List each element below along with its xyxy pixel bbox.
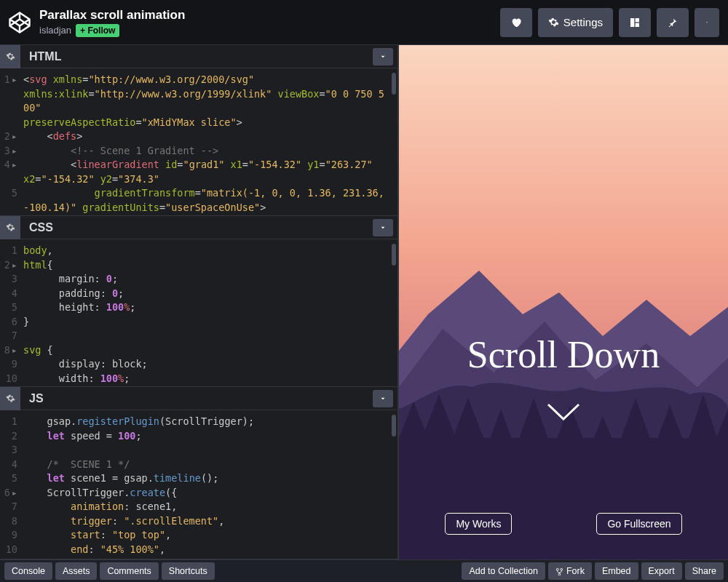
view-button[interactable] — [619, 8, 651, 37]
scroll-arrow-icon — [545, 400, 582, 425]
html-settings-button[interactable] — [0, 45, 20, 68]
js-settings-button[interactable] — [0, 387, 20, 410]
scrollbar[interactable] — [392, 415, 396, 436]
settings-button[interactable]: Settings — [538, 8, 613, 37]
css-panel-menu[interactable] — [373, 219, 393, 236]
html-panel-title: HTML — [20, 45, 70, 68]
go-fullscreen-button[interactable]: Go Fullscreen — [596, 513, 681, 535]
preview-heading: Scroll Down — [399, 333, 728, 376]
header: Parallax scroll animation isladjan + Fol… — [0, 0, 728, 45]
gear-icon — [6, 394, 15, 403]
console-button[interactable]: Console — [4, 562, 52, 580]
title-box: Parallax scroll animation isladjan + Fol… — [39, 8, 500, 37]
chevron-down-icon — [379, 224, 387, 231]
my-works-button[interactable]: My Works — [445, 513, 512, 535]
layout-icon — [629, 17, 641, 28]
html-editor[interactable]: 1▸<svg xmlns="http://www.w3.org/2000/svg… — [0, 68, 397, 215]
codepen-logo — [9, 12, 31, 33]
svg-rect-4 — [399, 438, 728, 559]
comments-button[interactable]: Comments — [100, 562, 158, 580]
like-button[interactable] — [500, 8, 532, 37]
chevron-down-icon — [379, 395, 387, 402]
editors-column: HTML 1▸<svg xmlns="http://www.w3.org/200… — [0, 45, 397, 559]
assets-button[interactable]: Assets — [55, 562, 98, 580]
svg-rect-0 — [630, 18, 634, 27]
js-panel: JS 1 gsap.registerPlugin(ScrollTrigger);… — [0, 387, 397, 559]
export-button[interactable]: Export — [641, 562, 682, 580]
fork-icon — [555, 567, 563, 575]
embed-button[interactable]: Embed — [595, 562, 638, 580]
css-panel: CSS 1body,2▸html{3 margin: 0;4 padding: … — [0, 216, 397, 387]
gear-icon — [6, 223, 15, 232]
author-name[interactable]: isladjan — [39, 25, 71, 36]
svg-rect-2 — [636, 23, 639, 26]
js-panel-menu[interactable] — [373, 390, 393, 407]
html-panel-menu[interactable] — [373, 48, 393, 65]
js-editor[interactable]: 1 gsap.registerPlugin(ScrollTrigger);2 l… — [0, 410, 397, 559]
preview-scene: Scroll Down My Works Go Fullscreen — [399, 45, 728, 559]
scrollbar[interactable] — [392, 73, 396, 95]
svg-rect-1 — [636, 18, 639, 22]
share-button[interactable]: Share — [685, 562, 724, 580]
pin-button[interactable] — [657, 8, 689, 37]
add-collection-button[interactable]: Add to Collection — [462, 562, 545, 580]
fork-button[interactable]: Fork — [548, 562, 592, 580]
pen-title: Parallax scroll animation — [39, 8, 500, 23]
preview-pane: Scroll Down My Works Go Fullscreen — [397, 45, 728, 559]
main: HTML 1▸<svg xmlns="http://www.w3.org/200… — [0, 45, 728, 559]
pin-icon — [668, 17, 678, 28]
gear-icon — [548, 17, 559, 28]
footer: Console Assets Comments Shortcuts Add to… — [0, 559, 728, 582]
gear-icon — [6, 52, 15, 61]
css-editor[interactable]: 1body,2▸html{3 margin: 0;4 padding: 0;5 … — [0, 239, 397, 386]
follow-button[interactable]: + Follow — [76, 24, 119, 37]
heart-icon — [510, 17, 522, 28]
css-panel-title: CSS — [20, 216, 62, 239]
chevron-down-icon — [705, 19, 709, 26]
js-panel-title: JS — [20, 387, 52, 410]
shortcuts-button[interactable]: Shortcuts — [162, 562, 215, 580]
html-panel: HTML 1▸<svg xmlns="http://www.w3.org/200… — [0, 45, 397, 216]
chevron-down-icon — [379, 53, 387, 60]
more-button[interactable] — [695, 8, 719, 37]
css-settings-button[interactable] — [0, 216, 20, 239]
scrollbar[interactable] — [392, 244, 396, 266]
